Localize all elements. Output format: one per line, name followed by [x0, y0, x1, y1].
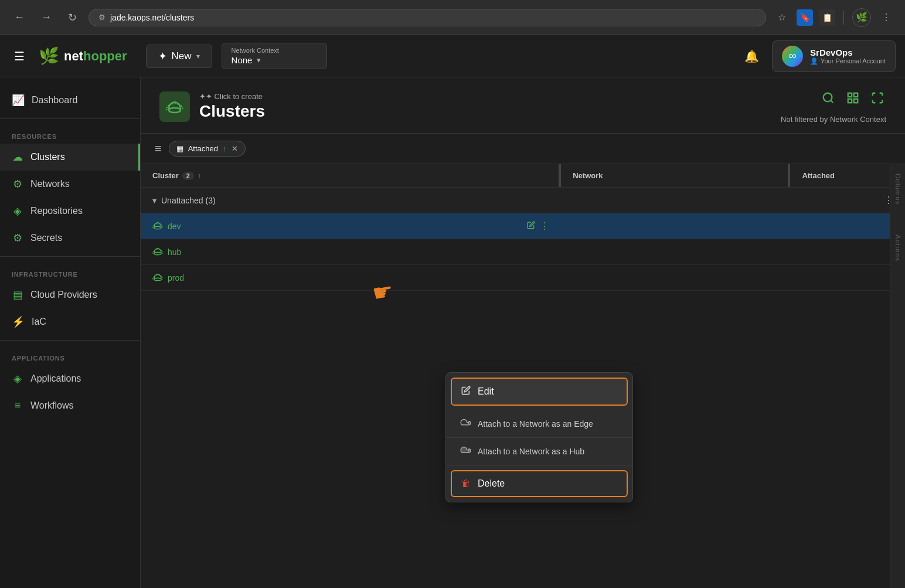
network-context-value: None [232, 55, 253, 65]
table-row-hub[interactable]: hub [141, 239, 905, 265]
context-menu-attach-hub[interactable]: Attach to a Network as a Hub [446, 438, 632, 465]
logo-text: nethopper [64, 49, 127, 64]
user-sub: 👤 Your Personal Account [810, 57, 886, 65]
browser-actions: ☆ 🔖 📋 🌿 ⋮ [773, 8, 896, 27]
main-content: 📈 Dashboard RESOURCES ☁ Clusters ⚙ Netwo… [0, 77, 905, 588]
prod-edit-button[interactable] [527, 273, 535, 283]
sidebar-item-repositories[interactable]: ◈ Repositories [0, 198, 140, 225]
hub-edit-button[interactable] [527, 247, 535, 257]
context-menu-delete[interactable]: 🗑 Delete [451, 470, 628, 497]
reload-button[interactable]: ↻ [63, 9, 81, 26]
user-icon: 👤 [810, 57, 818, 65]
user-area[interactable]: ∞ SrDevOps 👤 Your Personal Account [772, 40, 896, 72]
col-network-header[interactable]: Network [561, 164, 790, 188]
table-header-row: Cluster 2 ↑ Network [141, 164, 905, 188]
hub-network-cell [561, 239, 790, 265]
logo-icon: 🌿 [39, 46, 59, 66]
prod-network-cell [561, 265, 790, 291]
table-area: Cluster 2 ↑ Network [141, 164, 905, 588]
dev-edit-button[interactable] [527, 221, 535, 231]
chip-close-icon[interactable]: ✕ [232, 144, 238, 153]
hub-more-button[interactable]: ⋮ [540, 246, 549, 257]
chip-label: Attached [188, 144, 218, 153]
context-menu-attach-edge[interactable]: Attach to a Network as an Edge [446, 410, 632, 438]
address-bar[interactable]: ⚙ jade.kaops.net/clusters [89, 9, 766, 26]
sidebar-divider-2 [0, 256, 140, 257]
sidebar-item-networks[interactable]: ⚙ Networks [0, 171, 140, 198]
prod-more-button[interactable]: ⋮ [540, 272, 549, 283]
extension-icon-2[interactable]: 📋 [819, 9, 835, 26]
star-button[interactable]: ☆ [773, 9, 791, 25]
columns-label[interactable]: Columns [894, 174, 901, 205]
url-text: jade.kaops.net/clusters [110, 13, 194, 22]
network-context-selector[interactable]: Network Context None ▾ [222, 43, 327, 69]
context-menu-edit[interactable]: Edit [451, 378, 628, 406]
attach-hub-icon [460, 446, 471, 457]
secrets-icon: ⚙ [12, 232, 23, 244]
col-attached-header[interactable]: Attached [790, 164, 905, 188]
back-button[interactable]: ← [9, 9, 29, 26]
header-icons [819, 89, 886, 110]
browser-menu-button[interactable]: ⋮ [877, 9, 896, 25]
sparkle-icon: ✦ [158, 50, 167, 63]
user-avatar-browser[interactable]: 🌿 [852, 8, 871, 27]
sidebar-item-iac[interactable]: ⚡ IaC [0, 308, 140, 335]
page-content: ✦ ✦ Click to create Clusters [141, 77, 905, 588]
browser-chrome: ← → ↻ ⚙ jade.kaops.net/clusters ☆ 🔖 📋 🌿 … [0, 0, 905, 35]
dashboard-icon: 📈 [12, 94, 25, 107]
search-button[interactable] [819, 89, 837, 110]
group-label: Unattached (3) [161, 196, 216, 205]
table-row-prod[interactable]: prod [141, 265, 905, 291]
page-title-area: ✦ ✦ Click to create Clusters [159, 91, 265, 122]
new-button[interactable]: ✦ New ▾ [146, 45, 212, 68]
prod-cluster-icon [152, 272, 163, 283]
filter-chip-attached[interactable]: ▦ Attached ↑ ✕ [169, 141, 246, 157]
group-actions: ⋮ [856, 195, 893, 206]
sidebar-item-workflows-label: Workflows [30, 400, 74, 411]
actions-label[interactable]: Actions [894, 234, 901, 262]
group-cursor-placeholder [856, 195, 879, 206]
col-cluster-header[interactable]: Cluster 2 ↑ [141, 164, 561, 188]
sort-icon[interactable]: ↑ [198, 172, 201, 180]
grid-view-button[interactable] [844, 89, 862, 110]
table-header: Cluster 2 ↑ Network [141, 164, 905, 188]
hamburger-button[interactable]: ☰ [9, 47, 29, 66]
create-hint[interactable]: ✦ ✦ Click to create [199, 92, 265, 101]
filter-list-button[interactable]: ≡ [155, 142, 162, 155]
repositories-icon: ◈ [12, 205, 23, 217]
sidebar-item-applications[interactable]: ◈ Applications [0, 365, 140, 392]
page-icon [159, 91, 190, 122]
forward-button[interactable]: → [36, 9, 56, 26]
separator [843, 11, 844, 25]
sidebar: 📈 Dashboard RESOURCES ☁ Clusters ⚙ Netwo… [0, 77, 141, 588]
table-row-dev[interactable]: dev [141, 213, 905, 239]
extension-icon-1[interactable]: 🔖 [797, 9, 813, 26]
notifications-button[interactable]: 🔔 [741, 46, 763, 67]
sidebar-item-clusters-label: Clusters [30, 152, 65, 162]
group-cell: ▾ Unattached (3) ⋮ [141, 188, 905, 213]
prod-attached-cell [790, 265, 905, 291]
expand-button[interactable] [869, 89, 886, 110]
sidebar-item-dashboard-label: Dashboard [32, 95, 77, 106]
svg-point-6 [154, 226, 161, 229]
attach-hub-label: Attach to a Network as a Hub [478, 447, 584, 456]
dev-more-button[interactable]: ⋮ [540, 220, 549, 232]
user-name: SrDevOps [810, 47, 886, 57]
col-network-label: Network [573, 171, 603, 180]
sidebar-item-cloud-providers-label: Cloud Providers [30, 290, 97, 300]
sidebar-item-workflows[interactable]: ≡ Workflows [0, 392, 140, 419]
group-row-unattached[interactable]: ▾ Unattached (3) ⋮ [141, 188, 905, 213]
sidebar-item-clusters[interactable]: ☁ Clusters [0, 144, 140, 171]
sidebar-item-cloud-providers[interactable]: ▤ Cloud Providers [0, 281, 140, 308]
sidebar-item-secrets[interactable]: ⚙ Secrets [0, 225, 140, 251]
filter-bar: ≡ ▦ Attached ↑ ✕ [141, 134, 905, 164]
group-chevron-icon[interactable]: ▾ [152, 196, 156, 205]
sidebar-item-dashboard[interactable]: 📈 Dashboard [0, 87, 140, 114]
attach-edge-label: Attach to a Network as an Edge [478, 419, 593, 429]
dev-cluster-icon [152, 220, 163, 232]
sidebar-item-networks-label: Networks [30, 179, 70, 189]
hub-cluster-name: hub [152, 246, 181, 257]
dev-attached-cell [790, 213, 905, 239]
dev-name-text: dev [168, 222, 181, 231]
page-header-actions: Not filtered by Network Context [781, 89, 886, 124]
